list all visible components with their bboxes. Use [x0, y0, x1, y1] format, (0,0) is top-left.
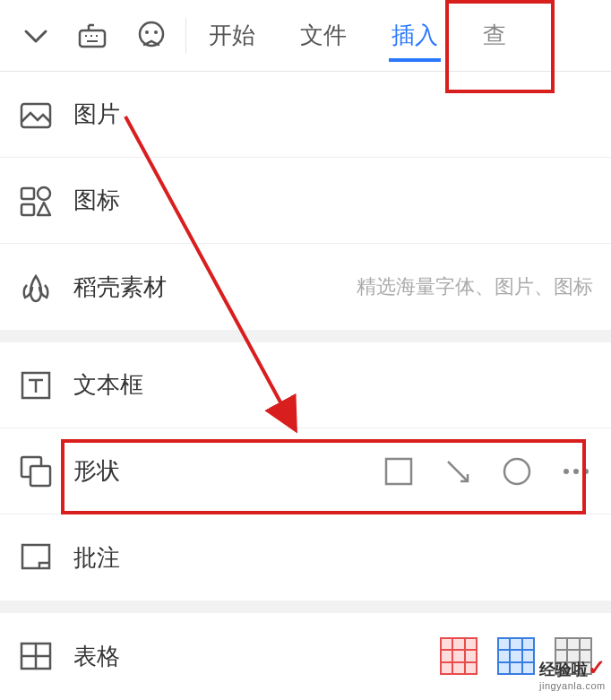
- svg-point-8: [145, 30, 149, 34]
- menu-label-image: 图片: [73, 99, 120, 130]
- svg-point-9: [154, 30, 158, 34]
- toolbar-left-icons: [9, 20, 168, 52]
- watermark-url: jingyanla.com: [539, 680, 606, 691]
- svg-rect-0: [80, 30, 105, 47]
- textbox-icon: [16, 366, 56, 405]
- menu-item-image[interactable]: 图片: [0, 72, 611, 158]
- toolbar-divider: [185, 18, 186, 54]
- table-style-red-icon[interactable]: [439, 636, 478, 676]
- keyboard-icon[interactable]: [76, 20, 108, 52]
- watermark-check-icon: ✓: [588, 655, 606, 679]
- svg-rect-29: [441, 638, 477, 674]
- menu-item-table[interactable]: 表格: [0, 613, 611, 699]
- watermark-brand: 经验啦: [539, 661, 588, 678]
- group-gap2: [0, 601, 611, 613]
- svg-rect-11: [22, 188, 34, 199]
- svg-rect-13: [22, 204, 34, 215]
- tab-file[interactable]: 文件: [296, 0, 351, 71]
- shape-arrow-icon[interactable]: [441, 454, 475, 488]
- shape-square-icon[interactable]: [382, 454, 416, 488]
- svg-point-12: [38, 187, 50, 200]
- material-icon: [16, 267, 56, 307]
- comment-icon: [16, 538, 56, 577]
- top-toolbar: 开始 文件 插入 查: [0, 0, 611, 72]
- svg-rect-19: [386, 459, 411, 484]
- menu-item-shape[interactable]: 形状: [0, 428, 611, 514]
- group-gap: [0, 330, 611, 342]
- svg-rect-18: [30, 466, 50, 486]
- svg-point-24: [583, 469, 589, 474]
- menu-item-comment[interactable]: 批注: [0, 514, 611, 601]
- svg-point-23: [573, 469, 579, 474]
- menu-label-icons: 图标: [73, 185, 120, 216]
- menu-label-comment: 批注: [73, 542, 120, 574]
- menu-label-shape: 形状: [73, 455, 120, 487]
- menu-item-textbox[interactable]: 文本框: [0, 342, 611, 428]
- icons-icon: [16, 181, 56, 220]
- toolbar-tabs: 开始 文件 插入 查: [204, 0, 602, 71]
- svg-point-21: [504, 459, 529, 484]
- image-icon: [16, 95, 56, 134]
- shape-quick-options: [382, 454, 593, 488]
- menu-label-textbox: 文本框: [73, 369, 143, 401]
- material-hint: 精选海量字体、图片、图标: [357, 273, 593, 300]
- shape-icon: [16, 452, 56, 491]
- assistant-icon[interactable]: [135, 20, 168, 52]
- tab-start[interactable]: 开始: [204, 0, 260, 71]
- svg-line-20: [448, 462, 468, 481]
- chevron-down-icon[interactable]: [22, 22, 49, 49]
- menu-label-material: 稻壳素材: [73, 272, 167, 303]
- watermark: 经验啦✓ jingyanla.com: [539, 655, 606, 691]
- menu-item-material[interactable]: 稻壳素材 精选海量字体、图片、图标: [0, 244, 611, 330]
- svg-rect-34: [498, 638, 534, 674]
- menu-label-table: 表格: [73, 641, 120, 672]
- svg-rect-10: [22, 104, 50, 127]
- shape-circle-icon[interactable]: [500, 454, 534, 488]
- tab-insert[interactable]: 插入: [387, 0, 443, 71]
- insert-menu: 图片 图标 稻壳素材 精选海量字体、图片、图标 文本框 形: [0, 72, 611, 699]
- table-icon: [16, 636, 56, 676]
- svg-point-22: [564, 469, 569, 474]
- more-shapes-icon[interactable]: [559, 454, 593, 488]
- table-style-blue-icon[interactable]: [496, 636, 536, 676]
- menu-item-icons[interactable]: 图标: [0, 158, 611, 244]
- tab-view[interactable]: 查: [478, 0, 511, 71]
